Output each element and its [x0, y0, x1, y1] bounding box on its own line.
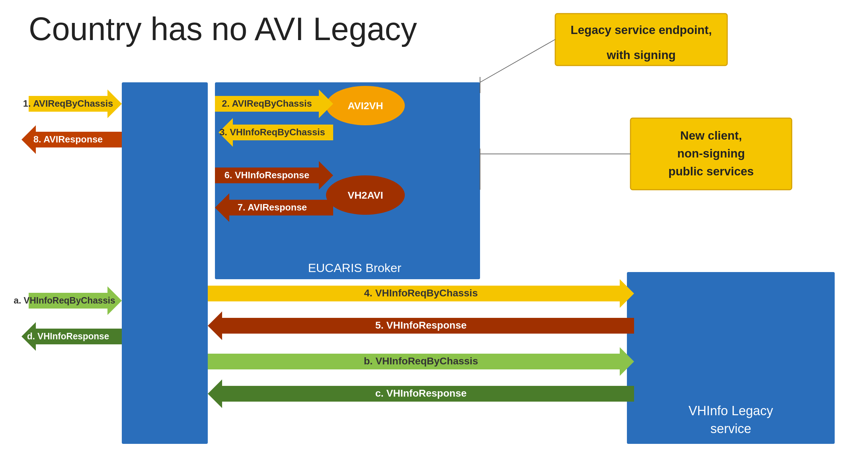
arrow5-shape [208, 311, 634, 340]
page-title: Country has no AVI Legacy [29, 11, 417, 48]
arrowd-shape [21, 322, 122, 351]
arrowa-shape [29, 286, 122, 315]
vhinfo-legacy-label-1: VHInfo Legacy [689, 403, 773, 418]
broker-block [215, 82, 480, 279]
arrow4-label: 4. VHInfoReqByChassis [364, 287, 478, 299]
arrow5-label: 5. VHInfoResponse [375, 320, 466, 331]
avi2vh-ellipse [326, 86, 405, 125]
eucaris-block [122, 82, 208, 444]
arrow7-label: 7. AVIResponse [238, 202, 307, 213]
arrow1-shape [29, 89, 122, 118]
arrow4-shape [208, 279, 634, 308]
arrowc-shape [208, 379, 634, 408]
legacy-legend-box [555, 14, 727, 66]
legacy-legend-text-1: Legacy service endpoint, [571, 23, 712, 37]
new-client-legend-box [630, 118, 792, 190]
new-client-text-3: public services [668, 165, 754, 178]
arrow1-label: 1. AVIReqByChassis [23, 98, 113, 109]
diagram-container: Country has no AVI Legacy EUCARIS EUCARI… [0, 0, 868, 475]
arrowb-label: b. VHInfoReqByChassis [364, 355, 478, 367]
arrow8-shape [21, 125, 122, 154]
new-client-text-2: non-signing [677, 147, 745, 160]
legacy-legend-text-2: with signing [606, 48, 676, 62]
arrowb-shape [208, 347, 634, 376]
avi2vh-label: AVI2VH [347, 100, 383, 111]
vh2avi-label: VH2AVI [347, 190, 383, 201]
diagram-svg: EUCARIS EUCARIS Broker VHInfo Legacy ser… [0, 0, 868, 475]
arrowc-label: c. VHInfoResponse [375, 388, 466, 399]
arrow2-shape [215, 89, 333, 118]
vhinfo-legacy-block [627, 272, 835, 444]
broker-label: EUCARIS Broker [308, 261, 402, 275]
new-client-text-1: New client, [680, 129, 742, 142]
eucaris-label: EUCARIS [150, 445, 205, 459]
arrowa-label: a. VHInfoReqByChassis [14, 295, 115, 305]
arrow3-shape [219, 118, 333, 147]
arrowd-label: d. VHInfoResponse [27, 331, 109, 341]
arrow6-label: 6. VHInfoResponse [225, 170, 310, 180]
vh2avi-ellipse [326, 175, 405, 215]
arrow6-shape [215, 161, 333, 190]
legacy-connector [480, 39, 555, 82]
arrow7-shape [215, 193, 333, 222]
arrow3-label: 3. VHInfoReqByChassis [220, 127, 325, 137]
arrow2-label: 2. AVIReqByChassis [222, 98, 312, 109]
arrow8-label: 8. AVIResponse [33, 134, 103, 145]
vhinfo-legacy-label-2: service [710, 421, 751, 436]
